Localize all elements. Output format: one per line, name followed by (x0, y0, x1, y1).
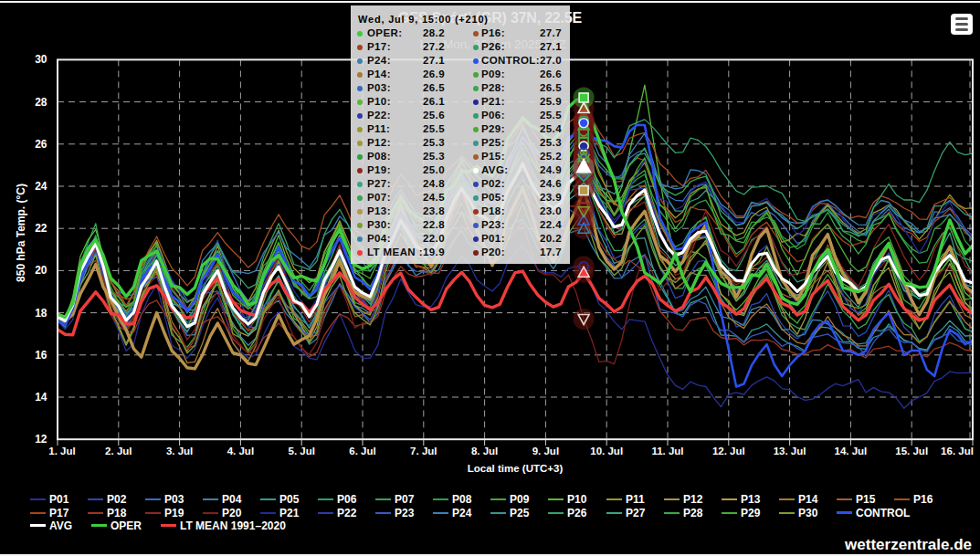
svg-text:4. Jul: 4. Jul (227, 446, 254, 456)
svg-text:Local time (UTC+3): Local time (UTC+3) (468, 463, 564, 474)
svg-text:24: 24 (35, 180, 47, 193)
svg-text:2. Jul: 2. Jul (105, 446, 132, 456)
svg-text:16: 16 (35, 349, 47, 362)
svg-text:22: 22 (35, 222, 47, 235)
svg-text:5. Jul: 5. Jul (288, 446, 314, 456)
svg-text:10. Jul: 10. Jul (590, 446, 623, 456)
svg-text:18: 18 (35, 307, 47, 320)
svg-text:20: 20 (35, 264, 47, 277)
svg-text:7. Jul: 7. Jul (410, 446, 437, 456)
svg-text:3. Jul: 3. Jul (166, 446, 193, 456)
svg-text:1. Jul: 1. Jul (48, 446, 75, 456)
svg-text:30: 30 (35, 53, 47, 66)
svg-text:26: 26 (35, 138, 47, 151)
svg-text:12. Jul: 12. Jul (712, 446, 745, 456)
svg-text:15. Jul: 15. Jul (895, 446, 928, 456)
svg-text:9. Jul: 9. Jul (532, 446, 559, 456)
svg-text:28: 28 (35, 96, 47, 109)
svg-text:6. Jul: 6. Jul (349, 446, 375, 456)
svg-text:16. Jul: 16. Jul (941, 446, 974, 456)
svg-text:850 hPa Temp. (°C): 850 hPa Temp. (°C) (15, 184, 27, 282)
svg-text:14. Jul: 14. Jul (834, 446, 867, 456)
svg-text:11. Jul: 11. Jul (651, 446, 683, 456)
svg-text:12: 12 (35, 433, 47, 446)
svg-text:13. Jul: 13. Jul (774, 446, 806, 456)
svg-text:14: 14 (35, 391, 47, 404)
svg-text:8. Jul: 8. Jul (471, 446, 498, 456)
